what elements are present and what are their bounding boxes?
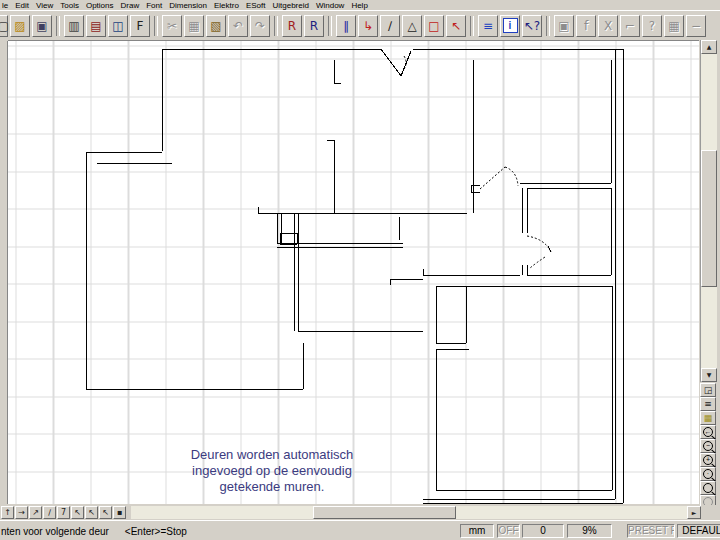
- pick-nearest-icon: ↖: [88, 509, 95, 517]
- move-icon: ↳: [363, 20, 373, 32]
- open-button[interactable]: ▨: [10, 15, 30, 37]
- menu-item-uitgebreid[interactable]: Uitgebreid: [272, 1, 308, 10]
- menu-item-esoft[interactable]: ESoft: [246, 1, 266, 10]
- zoom-pan-icon: ·: [703, 469, 713, 479]
- toolbar-separator: [328, 16, 332, 36]
- zoom-out-button[interactable]: −: [700, 439, 716, 453]
- edit-function-icon: f: [584, 20, 588, 32]
- annotation-line: ingevoegd op de eenvoudig: [172, 463, 372, 479]
- new-button[interactable]: ▢: [0, 15, 8, 37]
- print-preview-button[interactable]: ◫: [108, 15, 128, 37]
- info-button[interactable]: i: [500, 15, 520, 37]
- print-preview-icon: ◫: [112, 20, 123, 32]
- toolbar-separator: [274, 16, 278, 36]
- grid-toggle-button[interactable]: ▦: [700, 411, 716, 425]
- paste-button[interactable]: ▧: [206, 15, 226, 37]
- menu-item-tools[interactable]: Tools: [60, 1, 79, 10]
- drawing-canvas[interactable]: Deuren worden automatisch ingevoegd op d…: [8, 41, 699, 504]
- pick-grid-icon: ↖: [102, 509, 109, 517]
- line-point-button[interactable]: ∕: [380, 15, 400, 37]
- plot-button[interactable]: ▤: [86, 15, 106, 37]
- table-button[interactable]: ▦: [664, 15, 684, 37]
- horizontal-scrollbar[interactable]: [131, 506, 687, 519]
- annotation-line: Deuren worden automatisch: [172, 447, 372, 463]
- cut-button[interactable]: ✂: [162, 15, 182, 37]
- undo-button[interactable]: ↶: [228, 15, 248, 37]
- menu-item-options[interactable]: Options: [86, 1, 114, 10]
- menu-item-dimension[interactable]: Dimension: [169, 1, 207, 10]
- point-right-button[interactable]: →: [15, 506, 28, 519]
- context-help-button[interactable]: ↖?: [522, 15, 542, 37]
- dot-button[interactable]: ▪: [113, 506, 126, 519]
- symbol-r-button[interactable]: R: [304, 15, 324, 37]
- zoom-in-button[interactable]: +: [700, 453, 716, 467]
- font-document-button[interactable]: F: [130, 15, 150, 37]
- scroll-right-button[interactable]: ►: [687, 506, 701, 519]
- parallel-lines-button[interactable]: ∥: [336, 15, 356, 37]
- menu-item-le[interactable]: le: [2, 1, 8, 10]
- pick-nearest-button[interactable]: ↖: [85, 506, 98, 519]
- cad-application-window: leEditViewToolsOptionsDrawFontDimensionE…: [0, 0, 720, 540]
- zoom-previous-button[interactable]: ←: [700, 425, 716, 439]
- menu-item-draw[interactable]: Draw: [121, 1, 140, 10]
- redraw-list-icon: ≡: [704, 400, 712, 409]
- pick-grid-button[interactable]: ↖: [99, 506, 112, 519]
- copy-button[interactable]: ▦: [184, 15, 204, 37]
- canvas-annotation-text: Deuren worden automatisch ingevoegd op d…: [172, 447, 372, 495]
- zoom-tool-rail: ◲≡▦←−+·: [700, 383, 717, 509]
- status-panel-default: DEFAULT: [677, 524, 720, 538]
- vertical-scrollbar[interactable]: ▲ ▼: [700, 40, 717, 382]
- point-curve-button[interactable]: ↗: [29, 506, 42, 519]
- status-panel-preset-ft: PRESET FT: [627, 524, 675, 538]
- symbol-r-star-icon: R: [288, 20, 296, 32]
- zoom-pan-button[interactable]: ·: [700, 467, 716, 481]
- menu-item-elektro[interactable]: Elektro: [214, 1, 239, 10]
- save-button[interactable]: ▣: [32, 15, 52, 37]
- zoom-extents-button[interactable]: [700, 481, 716, 495]
- horizontal-scrollbar-thumb[interactable]: [313, 506, 456, 519]
- zoom-out-icon: −: [703, 441, 713, 451]
- select-arrow-icon: ↖: [451, 20, 461, 32]
- point-right-icon: →: [18, 509, 25, 517]
- menu-item-font[interactable]: Font: [146, 1, 162, 10]
- new-icon: ▢: [0, 20, 9, 32]
- move-button[interactable]: ↳: [358, 15, 378, 37]
- corner-button[interactable]: ⌐: [620, 15, 640, 37]
- layers-button[interactable]: ≡: [478, 15, 498, 37]
- scroll-up-button[interactable]: ▲: [701, 40, 717, 54]
- zoom-in-icon: +: [703, 455, 713, 465]
- layers-icon: ≡: [483, 20, 493, 32]
- table-icon: ▦: [668, 20, 679, 32]
- delete-x-icon: X: [604, 20, 612, 32]
- annotation-line: getekende muren.: [172, 479, 372, 495]
- menu-item-view[interactable]: View: [36, 1, 53, 10]
- zoom-window-button[interactable]: ◲: [700, 383, 716, 397]
- print-button[interactable]: ▥: [64, 15, 84, 37]
- redraw-list-button[interactable]: ≡: [700, 397, 716, 411]
- zoom-region-button[interactable]: ▣: [554, 15, 574, 37]
- menu-bar: leEditViewToolsOptionsDrawFontDimensionE…: [0, 0, 720, 10]
- line-point-icon: ∕: [388, 20, 392, 32]
- delete-x-button[interactable]: X: [598, 15, 618, 37]
- redo-button[interactable]: ↷: [250, 15, 270, 37]
- symbol-r-star-button[interactable]: R: [282, 15, 302, 37]
- angle-button[interactable]: 7: [57, 506, 70, 519]
- symbol-r-icon: R: [310, 20, 318, 32]
- scroll-down-button[interactable]: ▼: [701, 368, 717, 382]
- point-curve-icon: ↗: [32, 509, 39, 517]
- dash-button[interactable]: −: [686, 15, 706, 37]
- pick-point-button[interactable]: ↖: [71, 506, 84, 519]
- point-up-button[interactable]: ↑: [1, 506, 14, 519]
- select-box-button[interactable]: □: [424, 15, 444, 37]
- dot-icon: ▪: [117, 509, 122, 517]
- pick-triangle-button[interactable]: △: [402, 15, 422, 37]
- pick-triangle-icon: △: [407, 20, 416, 32]
- select-arrow-button[interactable]: ↖: [446, 15, 466, 37]
- menu-item-window[interactable]: Window: [316, 1, 344, 10]
- menu-item-help[interactable]: Help: [351, 1, 367, 10]
- vertical-scrollbar-thumb[interactable]: [701, 150, 717, 287]
- line-segment-button[interactable]: ∕: [43, 506, 56, 519]
- menu-item-edit[interactable]: Edit: [15, 1, 29, 10]
- help2-button[interactable]: ?: [642, 15, 662, 37]
- edit-function-button[interactable]: f: [576, 15, 596, 37]
